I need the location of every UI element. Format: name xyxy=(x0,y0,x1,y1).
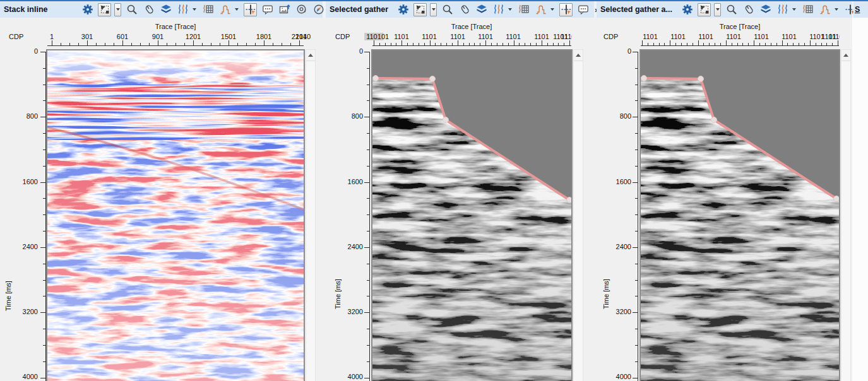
mute-pick-handle[interactable] xyxy=(834,196,840,202)
mouse-controls-button[interactable] xyxy=(142,3,155,16)
axis-tick xyxy=(748,43,749,45)
gather-vertical-scrollbar[interactable] xyxy=(573,49,583,381)
chevron-down-icon xyxy=(792,8,796,11)
orientation-button[interactable] xyxy=(312,3,325,16)
trace-table-icon xyxy=(203,4,214,15)
zoom-locate-button[interactable] xyxy=(295,3,308,16)
axis-tick xyxy=(364,312,369,313)
axis-tick xyxy=(782,40,783,45)
toolbar-tools-selected-gather-2: » xyxy=(681,1,866,18)
settings-button[interactable] xyxy=(681,3,694,16)
trace-axis xyxy=(641,40,839,46)
mouse-controls-button[interactable] xyxy=(458,3,471,16)
selected-gather-display-2[interactable] xyxy=(641,50,839,381)
selection-mode-dropdown[interactable] xyxy=(114,3,121,16)
chevron-down-icon xyxy=(835,8,838,11)
wiggle-display-button[interactable] xyxy=(176,3,189,16)
selection-mode-button[interactable] xyxy=(98,3,111,16)
wiggle-display-button[interactable] xyxy=(492,3,505,16)
histogram-button[interactable] xyxy=(534,3,547,16)
axis-tick xyxy=(816,43,816,45)
axis-tick xyxy=(40,378,45,378)
zoom-button[interactable] xyxy=(441,3,454,16)
axis-tick xyxy=(633,117,638,117)
histogram-icon xyxy=(220,4,231,15)
wiggle-display-dropdown[interactable] xyxy=(191,3,198,16)
axis-tick xyxy=(43,149,45,150)
selection-mode-dropdown[interactable] xyxy=(714,3,721,16)
axis-tick xyxy=(525,43,525,45)
scroll-up-arrow-icon xyxy=(576,54,581,57)
axis-tick xyxy=(40,312,45,313)
chevron-down-icon xyxy=(193,8,196,11)
selection-mode-dropdown[interactable] xyxy=(430,3,437,16)
axis-tick xyxy=(709,43,710,45)
histogram-button[interactable] xyxy=(818,3,831,16)
axis-tick xyxy=(149,43,150,45)
trace-table-button[interactable] xyxy=(517,3,530,16)
histogram-dropdown[interactable] xyxy=(233,3,240,16)
axis-tick xyxy=(558,43,559,45)
selected-gather-display[interactable] xyxy=(372,50,571,381)
trace-table-button[interactable] xyxy=(801,3,814,16)
layers-icon xyxy=(160,4,172,15)
mute-pick-handle[interactable] xyxy=(430,76,436,82)
zoom-icon xyxy=(726,4,737,15)
axis-tick xyxy=(96,43,97,45)
pan-to-point-button[interactable] xyxy=(559,3,573,16)
axis-tick xyxy=(367,214,369,215)
axis-tick xyxy=(635,198,638,199)
mute-pick-handle[interactable] xyxy=(641,76,647,81)
comments-button[interactable] xyxy=(576,3,590,16)
histogram-dropdown[interactable] xyxy=(549,3,556,16)
wiggle-display-dropdown[interactable] xyxy=(506,3,513,16)
time-tick-label: 800 xyxy=(335,112,363,120)
mouse-controls-button[interactable] xyxy=(742,3,755,16)
wiggle-display-icon xyxy=(177,4,189,15)
scroll-up-button[interactable] xyxy=(574,50,583,61)
layers-button[interactable] xyxy=(759,3,772,16)
settings-button[interactable] xyxy=(81,3,94,16)
axis-tick xyxy=(804,43,805,45)
axis-tick xyxy=(52,40,52,45)
histogram-button[interactable] xyxy=(218,3,232,16)
mute-pick-handle[interactable] xyxy=(373,76,379,81)
layers-button[interactable] xyxy=(475,3,488,16)
mute-pick-handle[interactable] xyxy=(443,117,449,123)
selection-mode-button[interactable] xyxy=(698,3,711,16)
mute-pick-handle[interactable] xyxy=(698,76,704,82)
wiggle-display-dropdown[interactable] xyxy=(790,3,797,16)
settings-button[interactable] xyxy=(396,3,410,16)
selection-mode-button[interactable] xyxy=(413,3,427,16)
mute-pick-handle[interactable] xyxy=(711,117,717,123)
axis-tick xyxy=(508,43,509,45)
export-image-icon xyxy=(279,4,290,15)
mute-pick-handle[interactable] xyxy=(567,197,572,203)
stack-display-frame xyxy=(46,49,305,381)
export-image-button[interactable] xyxy=(278,3,291,16)
zoom-button[interactable] xyxy=(125,3,138,16)
scroll-up-button[interactable] xyxy=(841,50,850,61)
trace-table-button[interactable] xyxy=(201,3,215,16)
stack-vertical-scrollbar[interactable] xyxy=(306,49,316,381)
axis-tick xyxy=(364,378,369,378)
wiggle-display-button[interactable] xyxy=(776,3,789,16)
axis-tick xyxy=(635,85,638,85)
zoom-button[interactable] xyxy=(725,3,738,16)
comments-button[interactable] xyxy=(261,3,274,16)
zoom-locate-icon xyxy=(296,4,307,15)
axis-tick xyxy=(633,52,638,52)
axis-tick xyxy=(737,43,738,45)
scroll-up-button[interactable] xyxy=(306,50,315,61)
histogram-dropdown[interactable] xyxy=(833,3,840,16)
axis-tick xyxy=(826,43,827,45)
gather-vertical-scrollbar-2[interactable] xyxy=(841,49,851,381)
selection-mode-icon xyxy=(99,4,110,15)
axis-tick xyxy=(43,280,45,281)
mouse-controls-icon xyxy=(459,4,470,15)
layers-button[interactable] xyxy=(159,3,172,16)
stack-seismic-display[interactable] xyxy=(47,50,304,381)
axis-tick xyxy=(681,43,682,45)
chevron-down-icon xyxy=(432,8,436,11)
pan-to-point-button[interactable] xyxy=(244,3,257,16)
